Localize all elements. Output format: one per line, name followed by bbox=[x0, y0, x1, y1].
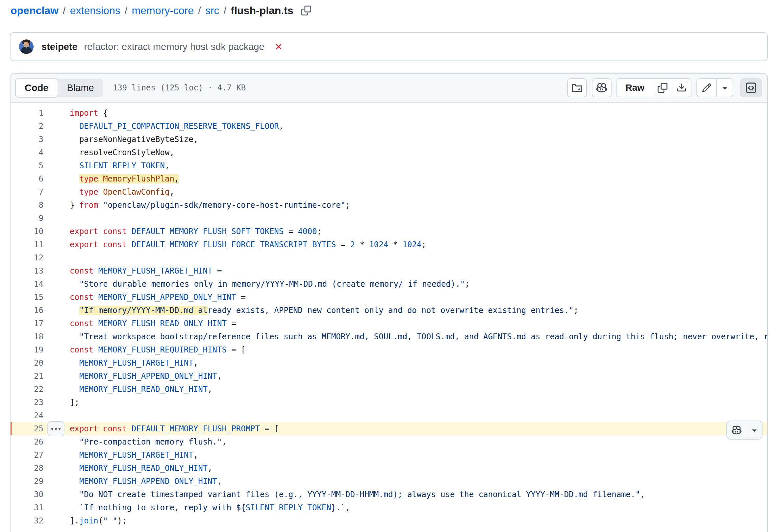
code-line: 2 DEFAULT_PI_COMPACTION_RESERVE_TOKENS_F… bbox=[10, 120, 767, 133]
line-number[interactable]: 16 bbox=[10, 304, 43, 317]
tab-blame[interactable]: Blame bbox=[58, 79, 103, 97]
download-icon[interactable] bbox=[672, 79, 691, 97]
line-number[interactable]: 18 bbox=[10, 330, 43, 343]
line-content bbox=[70, 409, 767, 422]
line-content: MEMORY_FLUSH_APPEND_ONLY_HINT, bbox=[70, 370, 767, 383]
breadcrumb-separator: / bbox=[63, 5, 66, 17]
breadcrumb-repo-link[interactable]: openclaw bbox=[10, 5, 59, 17]
line-content: export const DEFAULT_MEMORY_FLUSH_SOFT_T… bbox=[70, 225, 767, 238]
code-line: 8} from "openclaw/plugin-sdk/memory-core… bbox=[10, 198, 767, 212]
file-viewer: Code Blame 139 lines (125 loc) · 4.7 KB … bbox=[10, 73, 768, 532]
breadcrumb-memory-core-link[interactable]: memory-core bbox=[132, 5, 194, 17]
code-line: 10export const DEFAULT_MEMORY_FLUSH_SOFT… bbox=[10, 225, 767, 238]
line-content: export const DEFAULT_MEMORY_FLUSH_FORCE_… bbox=[70, 238, 767, 251]
code-line: 11export const DEFAULT_MEMORY_FLUSH_FORC… bbox=[10, 238, 767, 251]
line-number[interactable]: 7 bbox=[10, 185, 43, 198]
commit-author[interactable]: steipete bbox=[41, 41, 78, 52]
code-line: 13const MEMORY_FLUSH_TARGET_HINT = bbox=[10, 264, 767, 277]
code-blame-switcher: Code Blame bbox=[16, 79, 103, 97]
file-meta-info: 139 lines (125 loc) · 4.7 KB bbox=[113, 83, 246, 92]
line-copilot-icon[interactable] bbox=[727, 421, 746, 439]
raw-copy-download-group: Raw bbox=[617, 78, 691, 97]
breadcrumb-src-link[interactable]: src bbox=[205, 5, 219, 17]
toolbar-actions: Raw bbox=[567, 78, 762, 97]
line-number[interactable]: 24 bbox=[10, 409, 43, 422]
line-content: `If nothing to store, reply with ${SILEN… bbox=[70, 501, 767, 514]
copilot-workspace-folder-icon[interactable] bbox=[567, 78, 587, 97]
line-content: MEMORY_FLUSH_READ_ONLY_HINT, bbox=[70, 383, 767, 396]
line-number[interactable]: 32 bbox=[10, 514, 43, 527]
code-line: 4 resolveCronStyleNow, bbox=[10, 146, 767, 159]
commit-message[interactable]: refactor: extract memory host sdk packag… bbox=[84, 41, 264, 52]
avatar[interactable] bbox=[19, 39, 33, 54]
line-content: SILENT_REPLY_TOKEN, bbox=[70, 159, 767, 172]
line-number[interactable]: 26 bbox=[10, 435, 43, 448]
line-actions-ellipsis-button[interactable] bbox=[47, 421, 65, 436]
edit-dropdown-caret-icon[interactable] bbox=[716, 79, 733, 97]
line-number[interactable]: 25 bbox=[10, 422, 43, 435]
edit-group bbox=[696, 78, 733, 97]
line-number[interactable]: 5 bbox=[10, 159, 43, 172]
line-number[interactable]: 22 bbox=[10, 383, 43, 396]
commit-check-failed-icon[interactable] bbox=[274, 42, 284, 51]
copy-path-icon[interactable] bbox=[300, 4, 313, 17]
line-content: "Treat workspace bootstrap/reference fil… bbox=[70, 330, 767, 343]
code-line: 20 MEMORY_FLUSH_TARGET_HINT, bbox=[10, 357, 767, 370]
breadcrumb-extensions-link[interactable]: extensions bbox=[70, 5, 120, 17]
copilot-icon[interactable] bbox=[592, 78, 612, 97]
line-copilot-actions-group bbox=[726, 420, 763, 440]
line-number[interactable]: 14 bbox=[10, 277, 43, 291]
line-content: ].join(" "); bbox=[70, 514, 767, 527]
code-line: 24 bbox=[10, 409, 767, 422]
tab-code[interactable]: Code bbox=[15, 78, 58, 98]
code-line: 16 "If memory/YYYY-MM-DD.md already exis… bbox=[10, 304, 767, 317]
line-number[interactable]: 8 bbox=[10, 198, 43, 212]
line-number[interactable]: 3 bbox=[10, 133, 43, 146]
code-line: 15const MEMORY_FLUSH_APPEND_ONLY_HINT = bbox=[10, 291, 767, 304]
line-number[interactable]: 10 bbox=[10, 225, 43, 238]
line-number[interactable]: 31 bbox=[10, 501, 43, 514]
line-copilot-caret-icon[interactable] bbox=[746, 421, 762, 439]
line-number[interactable]: 1 bbox=[10, 107, 43, 120]
line-number[interactable]: 23 bbox=[10, 396, 43, 409]
raw-button[interactable]: Raw bbox=[617, 79, 653, 97]
line-number[interactable]: 27 bbox=[10, 448, 43, 461]
line-content: const MEMORY_FLUSH_APPEND_ONLY_HINT = bbox=[70, 291, 767, 304]
line-number[interactable]: 29 bbox=[10, 475, 43, 488]
line-content: const MEMORY_FLUSH_REQUIRED_HINTS = [ bbox=[70, 343, 767, 357]
line-content: MEMORY_FLUSH_TARGET_HINT, bbox=[70, 448, 767, 461]
line-number[interactable]: 30 bbox=[10, 488, 43, 501]
code-line: 18 "Treat workspace bootstrap/reference … bbox=[10, 330, 767, 343]
line-number[interactable]: 9 bbox=[10, 212, 43, 225]
file-toolbar: Code Blame 139 lines (125 loc) · 4.7 KB … bbox=[10, 74, 767, 103]
copy-file-icon[interactable] bbox=[653, 79, 672, 97]
line-number[interactable]: 13 bbox=[10, 264, 43, 277]
line-content: "If memory/YYYY-MM-DD.md already exists,… bbox=[70, 304, 767, 317]
line-number[interactable]: 19 bbox=[10, 343, 43, 357]
line-content: export const DEFAULT_MEMORY_FLUSH_PROMPT… bbox=[70, 422, 767, 435]
line-number[interactable]: 17 bbox=[10, 317, 43, 330]
code-line: 14 "Store durable memories only in memor… bbox=[10, 277, 767, 291]
line-number[interactable]: 12 bbox=[10, 251, 43, 264]
line-number[interactable]: 21 bbox=[10, 370, 43, 383]
code-line: 7 type OpenClawConfig, bbox=[10, 185, 767, 198]
line-content: parseNonNegativeByteSize, bbox=[70, 133, 767, 146]
code-line: 1import { bbox=[10, 107, 767, 120]
breadcrumb: openclaw / extensions / memory-core / sr… bbox=[10, 3, 313, 18]
code-line: 29 MEMORY_FLUSH_APPEND_ONLY_HINT, bbox=[10, 475, 767, 488]
line-content: type MemoryFlushPlan, bbox=[70, 172, 767, 185]
line-number[interactable]: 4 bbox=[10, 146, 43, 159]
line-number[interactable]: 6 bbox=[10, 172, 43, 185]
line-number[interactable]: 11 bbox=[10, 238, 43, 251]
breadcrumb-separator: / bbox=[125, 5, 128, 17]
line-number[interactable]: 2 bbox=[10, 120, 43, 133]
symbols-panel-toggle[interactable] bbox=[740, 78, 762, 97]
breadcrumb-separator: / bbox=[224, 5, 227, 17]
code-line: 3 parseNonNegativeByteSize, bbox=[10, 133, 767, 146]
code-line: 23]; bbox=[10, 396, 767, 409]
edit-pencil-icon[interactable] bbox=[697, 79, 716, 97]
line-number[interactable]: 28 bbox=[10, 461, 43, 475]
line-number[interactable]: 15 bbox=[10, 291, 43, 304]
code-line: 17const MEMORY_FLUSH_READ_ONLY_HINT = bbox=[10, 317, 767, 330]
line-number[interactable]: 20 bbox=[10, 357, 43, 370]
